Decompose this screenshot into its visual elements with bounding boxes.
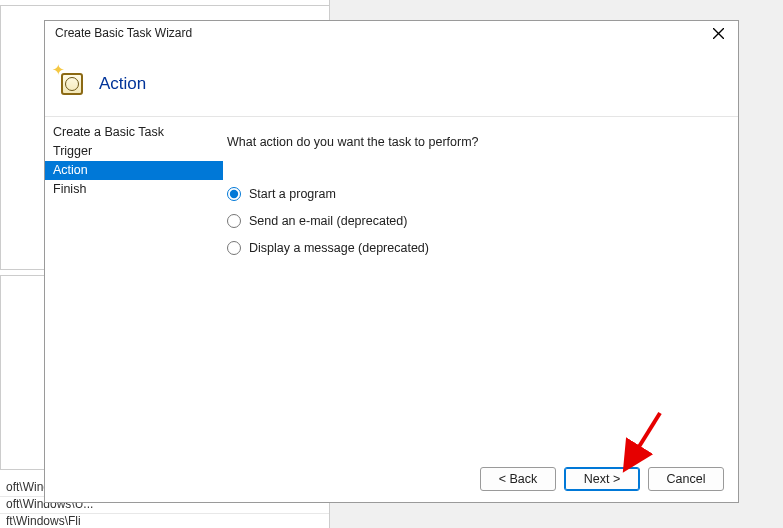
window-title: Create Basic Task Wizard bbox=[55, 26, 704, 40]
radio-option-start-program[interactable]: Start a program bbox=[227, 185, 726, 202]
wizard-step-title: Action bbox=[99, 74, 146, 94]
radio-label[interactable]: Send an e-mail (deprecated) bbox=[249, 214, 407, 228]
wizard-sidebar: Create a Basic Task Trigger Action Finis… bbox=[45, 117, 223, 456]
wizard-content: What action do you want the task to perf… bbox=[223, 117, 738, 456]
radio-display-message[interactable] bbox=[227, 241, 241, 255]
wizard-dialog: Create Basic Task Wizard Action Create a… bbox=[44, 20, 739, 503]
sidebar-item-action[interactable]: Action bbox=[45, 161, 223, 180]
sidebar-item-create-basic-task[interactable]: Create a Basic Task bbox=[45, 123, 223, 142]
radio-start-program[interactable] bbox=[227, 187, 241, 201]
radio-send-email[interactable] bbox=[227, 214, 241, 228]
bg-text-row: ft\Windows\Fli bbox=[0, 512, 329, 528]
wizard-footer: < Back Next > Cancel bbox=[45, 456, 738, 502]
sidebar-item-finish[interactable]: Finish bbox=[45, 180, 223, 199]
radio-option-display-message[interactable]: Display a message (deprecated) bbox=[227, 239, 726, 256]
back-button[interactable]: < Back bbox=[480, 467, 556, 491]
next-button[interactable]: Next > bbox=[564, 467, 640, 491]
wizard-header: Action bbox=[45, 45, 738, 117]
radio-label[interactable]: Start a program bbox=[249, 187, 336, 201]
title-bar: Create Basic Task Wizard bbox=[45, 21, 738, 45]
radio-option-send-email[interactable]: Send an e-mail (deprecated) bbox=[227, 212, 726, 229]
close-button[interactable] bbox=[704, 23, 732, 43]
close-icon bbox=[713, 28, 724, 39]
radio-label[interactable]: Display a message (deprecated) bbox=[249, 241, 429, 255]
cancel-button[interactable]: Cancel bbox=[648, 467, 724, 491]
wizard-icon bbox=[55, 67, 83, 95]
sidebar-item-trigger[interactable]: Trigger bbox=[45, 142, 223, 161]
prompt-text: What action do you want the task to perf… bbox=[227, 135, 726, 149]
